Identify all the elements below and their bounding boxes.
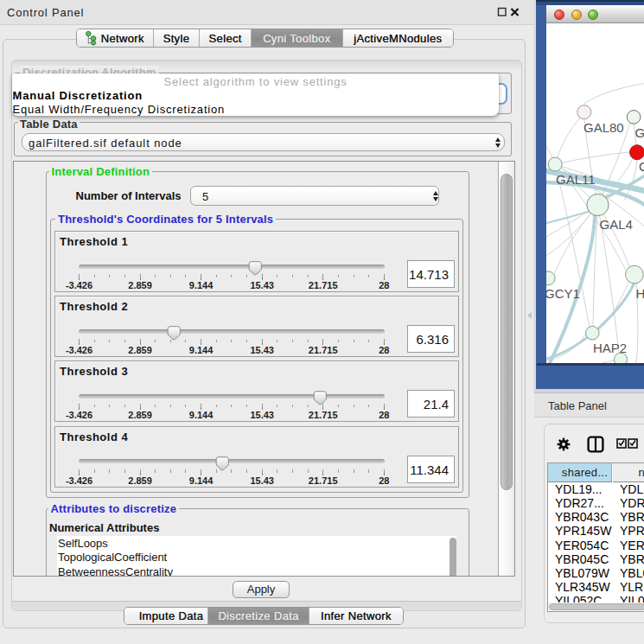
svg-text:H: H xyxy=(635,286,644,301)
svg-text:GCY1: GCY1 xyxy=(546,286,580,301)
svg-text:GAL80: GAL80 xyxy=(583,120,624,135)
svg-text:HAP2: HAP2 xyxy=(593,341,627,355)
svg-text:GAL: GAL xyxy=(634,125,644,140)
svg-text:C: C xyxy=(639,159,644,174)
svg-text:GAL11: GAL11 xyxy=(556,172,596,187)
svg-text:GAL4: GAL4 xyxy=(599,217,632,232)
